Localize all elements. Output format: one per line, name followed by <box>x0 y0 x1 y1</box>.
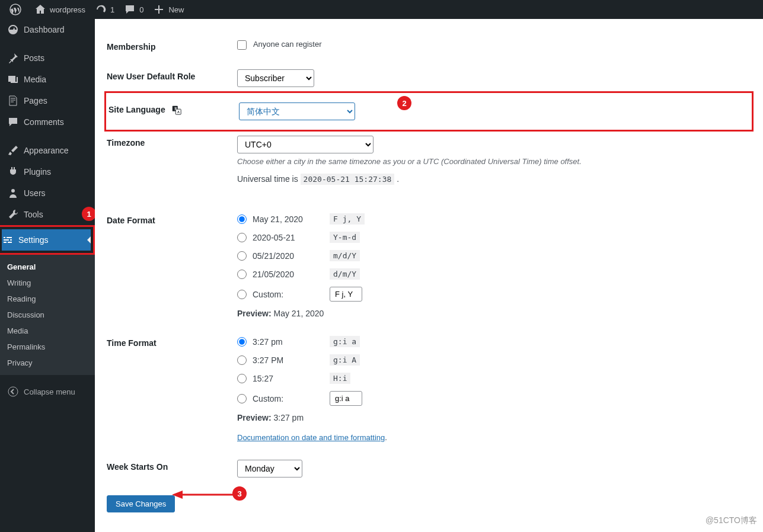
media-icon <box>7 73 19 85</box>
membership-label: Membership <box>107 40 237 52</box>
annotation-badge-1: 1 <box>82 207 95 221</box>
updates-link[interactable]: 1 <box>90 0 119 19</box>
date-format-radio-4[interactable] <box>237 270 247 279</box>
menu-media[interactable]: Media <box>0 69 95 90</box>
timezone-description: Choose either a city in the same timezon… <box>237 157 751 166</box>
timezone-select[interactable]: UTC+0 <box>237 136 373 153</box>
svg-point-2 <box>8 387 18 396</box>
time-format-radio-2[interactable] <box>237 355 247 365</box>
menu-users[interactable]: Users <box>0 182 95 204</box>
dashboard-icon <box>7 24 19 36</box>
default-role-select[interactable]: Subscriber <box>237 69 314 87</box>
home-icon <box>34 4 46 15</box>
date-format-custom-input[interactable] <box>330 287 362 302</box>
time-format-radio-1[interactable] <box>237 337 247 347</box>
admin-toolbar: wordpress 1 0 New <box>0 0 763 19</box>
collapse-menu-button[interactable]: Collapse menu <box>0 381 95 402</box>
submenu-general[interactable]: General <box>0 259 95 275</box>
time-format-label: Time Format <box>107 336 237 348</box>
svg-text:文: 文 <box>173 107 177 110</box>
time-preview: Preview: 3:27 pm <box>237 413 751 422</box>
sliders-icon <box>2 234 14 246</box>
date-format-radio-custom[interactable] <box>237 290 247 299</box>
site-name: wordpress <box>50 5 85 14</box>
page-icon <box>7 95 19 107</box>
menu-comments[interactable]: Comments <box>0 111 95 133</box>
comments-link[interactable]: 0 <box>119 0 148 19</box>
anyone-register-label[interactable]: Anyone can register <box>237 40 322 49</box>
date-format-radio-3[interactable] <box>237 251 247 261</box>
date-format-label: Date Format <box>107 213 237 225</box>
week-starts-label: Week Starts On <box>107 460 237 472</box>
site-language-select[interactable]: 简体中文 <box>239 102 355 120</box>
plugin-icon <box>7 166 19 178</box>
datetime-doc-link[interactable]: Documentation on date and time formattin… <box>237 433 385 442</box>
anyone-register-checkbox[interactable] <box>237 40 247 50</box>
submenu-writing[interactable]: Writing <box>0 275 95 291</box>
new-user-role-label: New User Default Role <box>107 69 237 81</box>
universal-time: Universal time is 2020-05-21 15:27:38 . <box>237 174 751 184</box>
menu-dashboard[interactable]: Dashboard <box>0 19 95 40</box>
submenu-media[interactable]: Media <box>0 323 95 339</box>
settings-content: Membership Anyone can register New User … <box>95 19 763 532</box>
comment-icon <box>7 116 19 128</box>
refresh-icon <box>95 4 107 15</box>
submenu-privacy[interactable]: Privacy <box>0 355 95 371</box>
comments-count: 0 <box>139 5 143 14</box>
admin-sidebar: Dashboard Posts Media Pages Comments App… <box>0 19 95 532</box>
plus-icon <box>153 4 165 15</box>
svg-point-1 <box>11 189 15 193</box>
user-icon <box>7 187 19 199</box>
annotation-badge-2: 2 <box>397 96 411 110</box>
translate-icon: 文A <box>171 105 182 116</box>
site-language-label: Site Language 文A <box>108 102 239 116</box>
menu-appearance[interactable]: Appearance <box>0 140 95 161</box>
menu-pages[interactable]: Pages <box>0 90 95 111</box>
wordpress-icon <box>9 4 21 15</box>
highlight-settings: Settings <box>0 225 95 255</box>
updates-count: 1 <box>110 5 114 14</box>
annotation-arrow <box>172 488 237 502</box>
wp-logo[interactable] <box>5 0 30 19</box>
date-format-radio-1[interactable] <box>237 214 247 224</box>
timezone-label: Timezone <box>107 136 237 148</box>
week-starts-select[interactable]: Monday <box>237 460 302 477</box>
pin-icon <box>7 52 19 64</box>
new-content-link[interactable]: New <box>148 0 189 19</box>
menu-settings[interactable]: Settings <box>2 229 91 251</box>
submenu-permalinks[interactable]: Permalinks <box>0 339 95 355</box>
watermark: @51CTO博客 <box>705 515 757 526</box>
time-format-radio-3[interactable] <box>237 374 247 383</box>
date-preview: Preview: May 21, 2020 <box>237 309 751 318</box>
new-label: New <box>168 5 184 14</box>
submenu-discussion[interactable]: Discussion <box>0 307 95 323</box>
time-format-radio-custom[interactable] <box>237 394 247 403</box>
brush-icon <box>7 145 19 156</box>
comment-icon <box>124 4 136 15</box>
site-link[interactable]: wordpress <box>30 0 90 19</box>
submenu-reading[interactable]: Reading <box>0 291 95 307</box>
date-format-radio-2[interactable] <box>237 233 247 242</box>
menu-tools[interactable]: Tools <box>0 204 95 225</box>
time-format-custom-input[interactable] <box>330 391 362 406</box>
wrench-icon <box>7 209 19 220</box>
highlight-language: Site Language 文A 简体中文 <box>104 91 754 132</box>
svg-text:A: A <box>177 110 179 114</box>
collapse-icon <box>7 386 19 398</box>
menu-posts[interactable]: Posts <box>0 47 95 69</box>
annotation-badge-3: 3 <box>232 486 247 501</box>
svg-marker-8 <box>172 491 183 499</box>
settings-submenu: General Writing Reading Discussion Media… <box>0 255 95 375</box>
menu-plugins[interactable]: Plugins <box>0 161 95 182</box>
save-changes-button[interactable]: Save Changes <box>107 495 175 512</box>
